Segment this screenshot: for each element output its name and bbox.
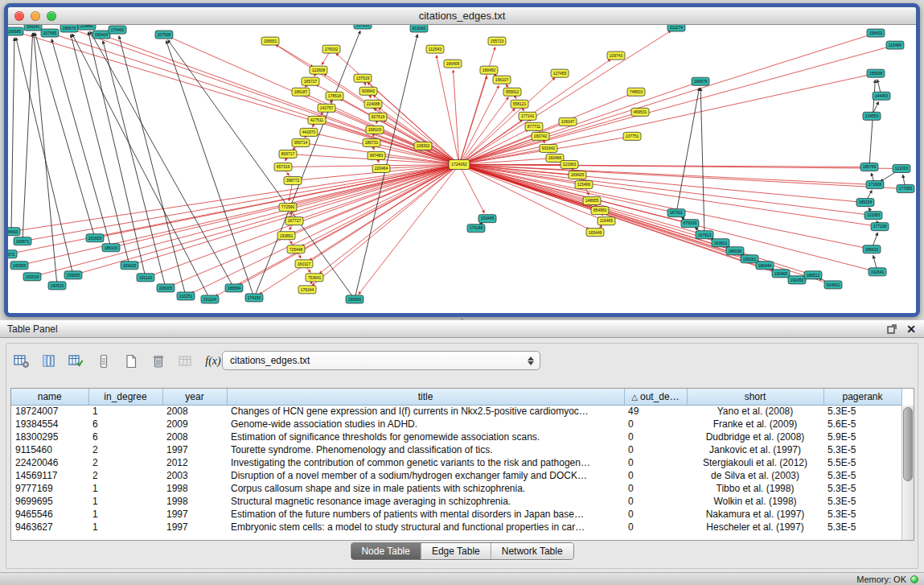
graph-node[interactable]: 134553	[863, 112, 881, 120]
table-cell-title[interactable]: Tourette syndrome. Phenomenology and cla…	[227, 443, 624, 456]
graph-node[interactable]: 854950	[591, 207, 609, 215]
graph-node[interactable]: 142757	[318, 104, 335, 112]
show-columns-button[interactable]	[37, 350, 61, 373]
graph-node[interactable]: 165449	[586, 229, 604, 237]
table-cell-name[interactable]: 9463627	[11, 521, 88, 534]
graph-node[interactable]: 168103	[366, 126, 384, 134]
graph-node[interactable]: 191110	[137, 274, 154, 282]
table-cell-name[interactable]: 9115460	[11, 443, 88, 456]
graph-node[interactable]: 231104	[201, 295, 219, 303]
graph-node[interactable]: 190560	[346, 295, 363, 303]
table-cell-pagerank[interactable]: 5.3E-5	[823, 508, 901, 521]
graph-node[interactable]: 186036	[726, 247, 744, 255]
graph-node[interactable]: 121003	[893, 164, 910, 172]
graph-node[interactable]: 163821	[712, 239, 729, 247]
import-table-button[interactable]	[174, 350, 198, 373]
graph-node[interactable]: 441870	[300, 128, 318, 136]
table-cell-in_degree[interactable]: 2	[88, 456, 162, 469]
table-cell-name[interactable]: 18724007	[11, 405, 88, 418]
graph-node[interactable]: 753641	[306, 274, 323, 282]
table-cell-short[interactable]: Franke et al. (2009)	[687, 418, 823, 431]
graph-node[interactable]: 160742	[532, 132, 549, 140]
graph-node[interactable]: 170462	[109, 26, 126, 34]
table-cell-title[interactable]: Embryonic stem cells: a model to study s…	[227, 521, 624, 534]
graph-node[interactable]: 166450	[480, 66, 498, 74]
table-cell-pagerank[interactable]: 5.3E-5	[823, 469, 901, 482]
table-cell-in_degree[interactable]: 6	[88, 431, 162, 443]
graph-node[interactable]: 192641	[869, 268, 886, 276]
graph-node[interactable]: 220464	[372, 164, 390, 172]
graph-node[interactable]: 827519	[369, 113, 387, 121]
table-row[interactable]: 1872400712008Changes of HCN gene express…	[11, 405, 901, 418]
table-cell-pagerank[interactable]: 5.3E-5	[823, 521, 901, 534]
table-cell-out_degree[interactable]: 0	[624, 443, 687, 456]
table-cell-name[interactable]: 9777169	[11, 482, 88, 495]
graph-node[interactable]: 137519	[354, 74, 372, 82]
table-cell-title[interactable]: Changes of HCN gene expression and I(f) …	[227, 405, 624, 418]
table-cell-in_degree[interactable]: 2	[88, 443, 162, 456]
table-cell-title[interactable]: Estimation of significance thresholds fo…	[227, 431, 624, 443]
table-cell-year[interactable]: 1997	[162, 521, 227, 534]
table-cell-year[interactable]: 1998	[162, 482, 227, 495]
table-cell-name[interactable]: 22420046	[11, 456, 88, 469]
graph-node[interactable]: 112543	[426, 45, 444, 53]
table-cell-short[interactable]: Stergiakouli et al. (2012)	[687, 456, 823, 469]
graph-node[interactable]: 150518	[23, 273, 41, 281]
table-cell-out_degree[interactable]: 0	[624, 456, 687, 469]
graph-node[interactable]: 121083	[864, 212, 882, 220]
graph-node[interactable]: 725448	[287, 245, 305, 253]
graph-node[interactable]: 813042	[410, 25, 428, 32]
table-cell-title[interactable]: Investigating the contribution of common…	[227, 456, 624, 469]
graph-node[interactable]: 167727	[285, 217, 303, 225]
graph-node[interactable]: 115466	[575, 181, 593, 189]
table-row[interactable]: 969969511998Structural magnetic resonanc…	[11, 495, 901, 508]
graph-node[interactable]: 186103	[102, 244, 120, 252]
table-cell-title[interactable]: Disruption of a novel member of a sodium…	[227, 469, 624, 482]
table-cell-short[interactable]: de Silva et al. (2003)	[687, 469, 823, 482]
graph-node[interactable]: 186584	[225, 284, 243, 292]
graph-node[interactable]: 190515	[48, 282, 66, 290]
scrollbar-thumb[interactable]	[903, 407, 913, 481]
table-cell-pagerank[interactable]: 5.3E-5	[823, 443, 901, 456]
table-cell-name[interactable]: 19384554	[11, 418, 88, 431]
graph-node[interactable]: 160117	[295, 260, 313, 268]
graph-node[interactable]: 196107	[493, 76, 511, 84]
table-chooser-select[interactable]: citations_edges.txt	[222, 351, 540, 370]
graph-node[interactable]: 193891	[277, 232, 295, 240]
table-cell-pagerank[interactable]: 5.3E-5	[823, 495, 901, 508]
table-cell-in_degree[interactable]: 6	[88, 418, 162, 431]
table-row[interactable]: 946362711997Embryonic stem cells: a mode…	[11, 521, 901, 534]
graph-node[interactable]: 208205	[157, 284, 175, 292]
graph-node[interactable]: 557231	[354, 25, 372, 29]
table-cell-out_degree[interactable]: 0	[624, 495, 687, 508]
table-row[interactable]: 1938455462009Genome-wide association stu…	[11, 418, 901, 431]
table-row[interactable]: 2242004622012Investigating the contribut…	[11, 456, 901, 469]
panel-resize-handle[interactable]: ⌃	[459, 318, 466, 324]
graph-node[interactable]: 116465	[598, 217, 615, 225]
graph-node[interactable]: 165871	[14, 237, 31, 245]
graph-node[interactable]: 127455	[551, 69, 569, 77]
graph-node[interactable]: 196676	[692, 77, 709, 85]
graph-node[interactable]: 169425	[569, 171, 586, 179]
graph-node[interactable]: 186769	[860, 163, 878, 171]
column-header-short[interactable]: short	[687, 389, 823, 405]
graph-node[interactable]: 207565	[41, 29, 59, 37]
table-cell-out_degree[interactable]: 49	[624, 405, 687, 418]
table-row[interactable]: 977716911998Corpus callosum shape and si…	[11, 482, 901, 495]
table-cell-name[interactable]: 18300295	[11, 431, 88, 443]
graph-node[interactable]: 190424	[92, 31, 110, 39]
graph-node[interactable]: 931642	[540, 144, 557, 152]
table-cell-in_degree[interactable]: 2	[88, 469, 162, 482]
graph-node[interactable]: 398772	[284, 177, 302, 185]
table-cell-title[interactable]: Genome-wide association studies in ADHD.	[227, 418, 624, 431]
graph-node[interactable]: 276032	[322, 45, 340, 53]
table-cell-title[interactable]: Estimation of the future numbers of pati…	[227, 508, 624, 521]
graph-node[interactable]: 159055	[64, 271, 82, 279]
graph-node[interactable]: 186187	[292, 88, 310, 96]
table-row[interactable]: 1456911722003Disruption of a novel membe…	[11, 469, 901, 482]
table-cell-name[interactable]: 9465546	[11, 508, 88, 521]
table-cell-pagerank[interactable]: 5.6E-5	[823, 418, 901, 431]
graph-node[interactable]: 174188	[467, 225, 485, 233]
table-cell-name[interactable]: 9699695	[11, 495, 88, 508]
column-header-title[interactable]: title	[227, 389, 624, 405]
